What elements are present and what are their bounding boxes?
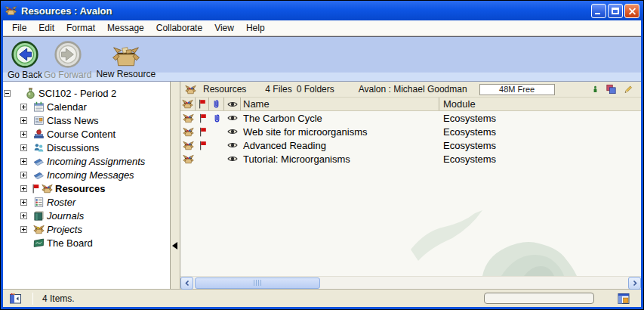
- eye-icon[interactable]: [227, 113, 238, 122]
- eye-icon[interactable]: [227, 100, 238, 109]
- maximize-button[interactable]: [608, 4, 623, 18]
- collapse-icon[interactable]: [4, 90, 11, 97]
- expand-icon[interactable]: [20, 158, 27, 165]
- expand-icon[interactable]: [20, 117, 27, 124]
- resource-name[interactable]: Tutorial: Microorganisms: [241, 153, 439, 165]
- free-space-gauge: 48M Free: [479, 84, 555, 95]
- tree-item-resources[interactable]: Resources: [3, 181, 170, 195]
- table-row[interactable]: Web site for microorganisms Ecosystems: [180, 125, 641, 138]
- files-count: 4 Files: [265, 84, 291, 95]
- panel-toggle-icon[interactable]: [9, 293, 22, 305]
- paperclip-icon[interactable]: [212, 99, 220, 109]
- tree-item-discussions[interactable]: Discussions: [3, 141, 170, 154]
- pencil-icon[interactable]: [624, 84, 633, 95]
- tree-item-course-root[interactable]: SCI102 - Period 2: [3, 86, 170, 100]
- panel-splitter[interactable]: [170, 82, 180, 289]
- owner-label: Avalon : Michael Goodman: [359, 84, 467, 95]
- tree-item-projects[interactable]: Projects: [3, 222, 170, 236]
- tree-item-label: Class News: [47, 115, 99, 126]
- collapse-arrow-icon[interactable]: [172, 242, 177, 250]
- tree-item-incoming-messages[interactable]: Incoming Messages: [3, 168, 170, 181]
- table-row[interactable]: The Carbon Cycle Ecosystems: [180, 111, 641, 125]
- expand-icon[interactable]: [20, 226, 27, 233]
- tree-item-label: Calendar: [47, 101, 87, 113]
- new-resource-label: New Resource: [96, 69, 156, 79]
- chevron-right-icon: [632, 280, 638, 287]
- items-count: 4 Items.: [42, 293, 75, 304]
- tree-item-class-news[interactable]: Class News: [3, 113, 170, 127]
- status-divider: [32, 293, 33, 305]
- resource-box-icon: [183, 113, 194, 124]
- column-header-module[interactable]: Module: [439, 98, 641, 110]
- menu-collaborate[interactable]: Collaborate: [150, 21, 208, 35]
- go-back-button[interactable]: Go Back: [8, 40, 42, 80]
- person-icon[interactable]: [592, 84, 599, 95]
- horizontal-scrollbar[interactable]: [180, 276, 641, 289]
- tree-item-calendar[interactable]: Calendar: [3, 100, 170, 113]
- table-row[interactable]: Advanced Reading Ecosystems: [180, 138, 641, 152]
- class-news-icon: [33, 115, 45, 126]
- tree-item-label: Incoming Assignments: [47, 156, 145, 167]
- menu-format[interactable]: Format: [60, 21, 101, 35]
- course-tree: SCI102 - Period 2 Calendar Class News Co…: [3, 82, 170, 289]
- flag-icon: [199, 127, 207, 137]
- projects-icon: [33, 224, 45, 235]
- expand-icon[interactable]: [20, 104, 27, 110]
- resource-name[interactable]: Advanced Reading: [241, 140, 439, 151]
- resource-box-icon: [183, 140, 194, 151]
- table-row[interactable]: Tutorial: Microorganisms Ecosystems: [180, 152, 641, 166]
- menu-bar: File Edit Format Message Collaborate Vie…: [3, 20, 641, 36]
- expand-icon[interactable]: [20, 212, 27, 219]
- paperclip-icon: [213, 113, 221, 123]
- calendar-icon: [33, 101, 45, 113]
- resource-module: Ecosystems: [439, 140, 641, 151]
- scroll-left-button[interactable]: [180, 277, 193, 290]
- minimize-button[interactable]: [591, 4, 606, 18]
- expand-icon[interactable]: [20, 199, 27, 206]
- expand-icon[interactable]: [20, 144, 27, 151]
- toolbar: Go Back Go Forward New Resource: [3, 36, 641, 82]
- scroll-right-button[interactable]: [628, 277, 641, 290]
- tree-item-the-board[interactable]: The Board: [3, 236, 170, 250]
- eye-icon[interactable]: [227, 154, 238, 163]
- roster-icon: [33, 197, 45, 208]
- go-forward-button[interactable]: Go Forward: [44, 40, 91, 80]
- resource-box-icon[interactable]: [182, 98, 193, 110]
- tree-item-label: The Board: [47, 237, 93, 249]
- menu-message[interactable]: Message: [101, 21, 150, 35]
- eye-icon[interactable]: [227, 141, 238, 150]
- column-header-name[interactable]: Name: [241, 98, 439, 110]
- tree-item-label: Projects: [47, 224, 82, 235]
- new-resource-button[interactable]: New Resource: [96, 40, 156, 79]
- resource-name[interactable]: The Carbon Cycle: [241, 113, 439, 124]
- title-bar: Resources : Avalon: [1, 1, 643, 20]
- maximize-icon: [612, 8, 619, 14]
- resource-name[interactable]: Web site for microorganisms: [241, 126, 439, 138]
- close-button[interactable]: [624, 4, 639, 18]
- go-forward-icon: [54, 40, 82, 69]
- resource-module: Ecosystems: [439, 126, 641, 138]
- flag-icon[interactable]: [198, 99, 206, 109]
- eye-icon[interactable]: [227, 127, 238, 136]
- menu-view[interactable]: View: [208, 21, 240, 35]
- thumb-grip: [254, 280, 262, 286]
- expand-icon[interactable]: [20, 185, 27, 192]
- books-icon: [33, 169, 45, 181]
- go-forward-label: Go Forward: [44, 70, 91, 80]
- layers-icon[interactable]: [605, 84, 617, 95]
- scrollbar-thumb[interactable]: [195, 277, 320, 289]
- expand-icon[interactable]: [20, 172, 27, 178]
- resource-box-icon: [185, 84, 196, 95]
- tree-item-journals[interactable]: Journals: [3, 209, 170, 222]
- tree-item-course-content[interactable]: Course Content: [3, 127, 170, 141]
- expand-icon[interactable]: [20, 131, 27, 138]
- go-back-label: Go Back: [8, 70, 42, 80]
- menu-help[interactable]: Help: [240, 21, 271, 35]
- menu-file[interactable]: File: [6, 21, 32, 35]
- tree-item-incoming-assignments[interactable]: Incoming Assignments: [3, 154, 170, 168]
- tree-item-roster[interactable]: Roster: [3, 195, 170, 209]
- layout-toggle-icon[interactable]: [617, 293, 630, 305]
- menu-edit[interactable]: Edit: [32, 21, 60, 35]
- flag-icon: [32, 184, 39, 194]
- resource-box-icon: [183, 126, 194, 138]
